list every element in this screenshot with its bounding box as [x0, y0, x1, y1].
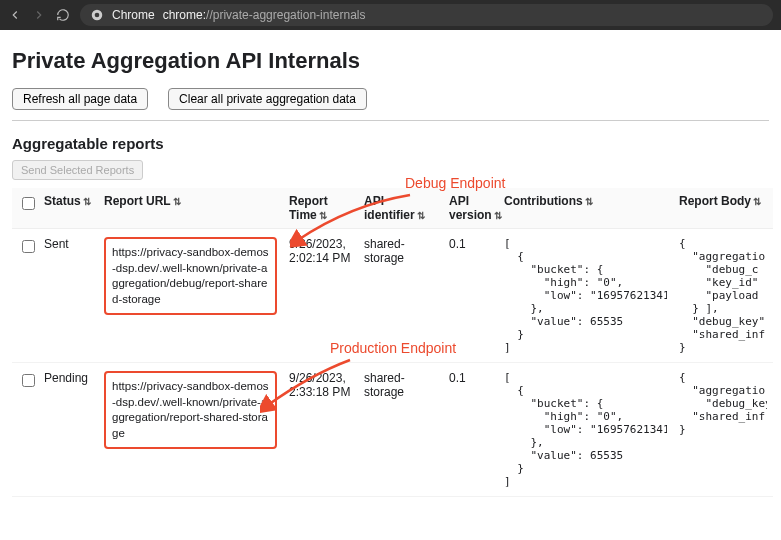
table-row: Pending https://privacy-sandbox-demos-ds… — [12, 363, 773, 497]
forward-icon[interactable] — [32, 8, 46, 22]
col-api-ver[interactable]: API version⇅ — [443, 188, 498, 229]
row-checkbox[interactable] — [22, 374, 35, 387]
chrome-icon — [90, 8, 104, 22]
api-ver-cell: 0.1 — [443, 229, 498, 363]
status-cell: Sent — [38, 229, 98, 363]
divider — [12, 120, 769, 121]
api-ver-cell: 0.1 — [443, 363, 498, 497]
table-row: Sent https://privacy-sandbox-demos-dsp.d… — [12, 229, 773, 363]
sort-icon: ⇅ — [319, 210, 327, 221]
page-title: Private Aggregation API Internals — [12, 48, 769, 74]
browser-toolbar: Chrome chrome://private-aggregation-inte… — [0, 0, 781, 30]
url-path: //private-aggregation-internals — [206, 8, 365, 22]
row-checkbox[interactable] — [22, 240, 35, 253]
sort-icon: ⇅ — [83, 196, 91, 207]
contributions-cell: [ { "bucket": { "high": "0", "low": "169… — [504, 237, 667, 354]
sort-icon: ⇅ — [417, 210, 425, 221]
api-id-cell: shared-storage — [358, 363, 443, 497]
browser-name: Chrome — [112, 8, 155, 22]
col-time[interactable]: Report Time⇅ — [283, 188, 358, 229]
sort-icon: ⇅ — [585, 196, 593, 207]
col-body[interactable]: Report Body⇅ — [673, 188, 773, 229]
report-url-debug: https://privacy-sandbox-demos-dsp.dev/.w… — [104, 237, 277, 315]
reload-icon[interactable] — [56, 8, 70, 22]
col-contrib[interactable]: Contributions⇅ — [498, 188, 673, 229]
svg-point-1 — [95, 13, 100, 18]
sort-icon: ⇅ — [494, 210, 502, 221]
col-url[interactable]: Report URL⇅ — [98, 188, 283, 229]
sort-icon: ⇅ — [173, 196, 181, 207]
time-cell: 9/26/2023, 2:33:18 PM — [283, 363, 358, 497]
time-cell: 9/26/2023, 2:02:14 PM — [283, 229, 358, 363]
contributions-cell: [ { "bucket": { "high": "0", "low": "169… — [504, 371, 667, 488]
clear-data-button[interactable]: Clear all private aggregation data — [168, 88, 367, 110]
sort-icon: ⇅ — [753, 196, 761, 207]
col-status[interactable]: Status⇅ — [38, 188, 98, 229]
report-url-prod: https://privacy-sandbox-demos-dsp.dev/.w… — [104, 371, 277, 449]
status-cell: Pending — [38, 363, 98, 497]
reports-table: Status⇅ Report URL⇅ Report Time⇅ API ide… — [12, 188, 773, 497]
col-api-id[interactable]: API identifier⇅ — [358, 188, 443, 229]
back-icon[interactable] — [8, 8, 22, 22]
body-cell: { "aggregatio "debug_key" "shared_inf } — [679, 371, 767, 436]
url-scheme: chrome: — [163, 8, 206, 22]
section-title: Aggregatable reports — [12, 135, 769, 152]
body-cell: { "aggregatio "debug_c "key_id" "payload… — [679, 237, 767, 354]
address-bar[interactable]: Chrome chrome://private-aggregation-inte… — [80, 4, 773, 26]
select-all-checkbox[interactable] — [22, 197, 35, 210]
refresh-button[interactable]: Refresh all page data — [12, 88, 148, 110]
send-selected-button: Send Selected Reports — [12, 160, 143, 180]
api-id-cell: shared-storage — [358, 229, 443, 363]
